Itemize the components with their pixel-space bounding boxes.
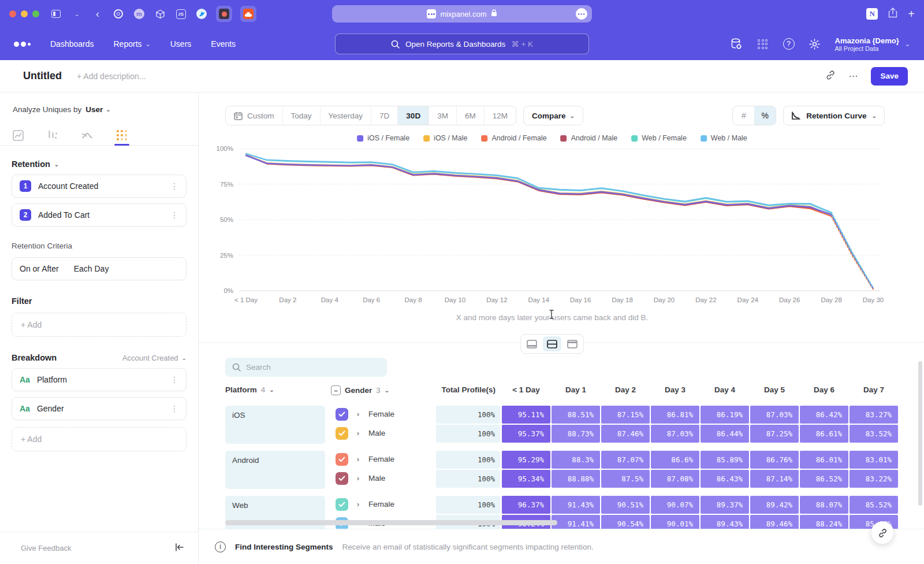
retention-section-header[interactable]: Retention ⌄ bbox=[12, 159, 187, 169]
retention-value-cell[interactable]: 89.37% bbox=[701, 496, 749, 514]
series-line-android-female[interactable] bbox=[246, 155, 832, 217]
day-column-header[interactable]: Day 1 bbox=[565, 385, 586, 394]
retention-step-card[interactable]: 1Account Created⋮ bbox=[12, 175, 187, 198]
target-extension-icon[interactable] bbox=[112, 8, 125, 20]
share-link-fab[interactable] bbox=[871, 521, 894, 544]
save-button[interactable]: Save bbox=[871, 67, 908, 86]
range-today[interactable]: Today bbox=[283, 106, 321, 125]
series-checkbox-ios-male[interactable] bbox=[336, 427, 348, 440]
retention-value-cell[interactable]: 87.07% bbox=[601, 451, 650, 469]
give-feedback-link[interactable]: Give Feedback bbox=[21, 544, 71, 552]
retention-value-cell[interactable]: 83.01% bbox=[850, 451, 898, 469]
retention-value-cell[interactable]: 89.42% bbox=[750, 496, 799, 514]
retention-value-cell[interactable]: 85.89% bbox=[701, 451, 749, 469]
retention-value-cell[interactable]: 95.11% bbox=[502, 406, 550, 424]
retention-value-cell[interactable]: 86.76% bbox=[750, 451, 799, 469]
retention-value-cell[interactable]: 86.6% bbox=[651, 451, 699, 469]
series-line-android-male[interactable] bbox=[246, 155, 832, 215]
breakdown-event-selector[interactable]: Account Created ⌄ bbox=[122, 354, 187, 362]
sidebar-toggle-icon[interactable] bbox=[50, 8, 62, 20]
global-search-input[interactable]: Open Reports & Dashboards ⌘ + K bbox=[335, 34, 589, 54]
js-extension-icon[interactable]: JS bbox=[174, 8, 187, 20]
tab-insights[interactable] bbox=[8, 125, 28, 145]
series-line-ios-male[interactable] bbox=[246, 155, 832, 215]
retention-value-cell[interactable]: 83.27% bbox=[850, 406, 898, 424]
legend-item[interactable]: iOS / Female bbox=[357, 134, 409, 142]
retention-value-cell[interactable]: 95.29% bbox=[502, 451, 550, 469]
expand-chevron-icon[interactable]: › bbox=[357, 500, 359, 509]
retention-step-card[interactable]: 2Added To Cart⋮ bbox=[12, 203, 187, 227]
expand-chevron-icon[interactable]: › bbox=[357, 474, 359, 483]
retention-value-cell[interactable]: 87.14% bbox=[750, 470, 799, 488]
breakdown-card-gender[interactable]: AaGender⋮ bbox=[12, 397, 187, 420]
retention-value-cell[interactable]: 83.22% bbox=[850, 470, 898, 488]
compare-button[interactable]: Compare ⌄ bbox=[523, 106, 583, 125]
retention-value-cell[interactable]: 91.43% bbox=[552, 496, 600, 514]
retention-value-cell[interactable]: 90.01% bbox=[651, 515, 699, 529]
retention-value-cell[interactable]: 87.08% bbox=[651, 470, 699, 488]
analyze-entity-selector[interactable]: User ⌄ bbox=[85, 105, 110, 114]
page-menu-icon[interactable]: ••• bbox=[576, 8, 587, 20]
layout-chart-only-button[interactable] bbox=[523, 336, 541, 351]
tab-funnels[interactable] bbox=[43, 125, 62, 145]
series-checkbox-web-female[interactable] bbox=[336, 498, 348, 511]
retention-value-cell[interactable]: 85.52% bbox=[850, 496, 898, 514]
nav-item-dashboards[interactable]: Dashboards bbox=[50, 39, 94, 49]
close-window-button[interactable] bbox=[9, 10, 16, 17]
retention-value-cell[interactable]: 95.34% bbox=[502, 470, 550, 488]
day-column-header[interactable]: Day 7 bbox=[863, 385, 884, 394]
retention-value-cell[interactable]: 86.52% bbox=[800, 470, 848, 488]
cube-extension-icon[interactable] bbox=[154, 8, 166, 20]
horizontal-scrollbar[interactable] bbox=[225, 520, 557, 525]
zoom-window-button[interactable] bbox=[32, 10, 39, 17]
retention-value-cell[interactable]: 96.37% bbox=[502, 496, 550, 514]
retention-criteria-card[interactable]: On or After Each Day bbox=[12, 257, 187, 280]
retention-value-cell[interactable]: 88.51% bbox=[552, 406, 600, 424]
chart-type-selector[interactable]: Retention Curve ⌄ bbox=[783, 106, 885, 125]
add-filter-button[interactable]: + Add bbox=[12, 313, 187, 337]
retention-value-cell[interactable]: 87.5% bbox=[601, 470, 650, 488]
retention-value-cell[interactable]: 87.03% bbox=[750, 406, 799, 424]
retention-line-chart[interactable]: 0%25%50%75%100%< 1 DayDay 2Day 4Day 6Day… bbox=[239, 149, 880, 293]
kebab-menu-icon[interactable]: ⋮ bbox=[170, 210, 178, 220]
range-yesterday[interactable]: Yesterday bbox=[321, 106, 372, 125]
retention-value-cell[interactable]: 91.41% bbox=[552, 515, 600, 529]
report-title[interactable]: Untitled bbox=[23, 70, 62, 82]
legend-item[interactable]: Android / Female bbox=[481, 134, 546, 142]
tab-flows[interactable] bbox=[77, 125, 97, 145]
kebab-menu-icon[interactable]: ⋮ bbox=[170, 404, 178, 413]
mixpanel-logo[interactable] bbox=[14, 42, 31, 47]
series-checkbox-ios-female[interactable] bbox=[336, 408, 348, 421]
kebab-menu-icon[interactable]: ⋮ bbox=[170, 375, 178, 384]
collapse-sidebar-icon[interactable] bbox=[175, 543, 184, 554]
find-segments-title[interactable]: Find Interesting Segments bbox=[235, 543, 333, 551]
retention-value-cell[interactable]: 87.46% bbox=[601, 425, 650, 443]
retention-value-cell[interactable]: 86.43% bbox=[701, 470, 749, 488]
expand-chevron-icon[interactable]: › bbox=[357, 410, 359, 418]
platform-column-header[interactable]: Platform 4 ⌄ bbox=[225, 385, 274, 394]
layout-table-only-button[interactable] bbox=[563, 336, 582, 351]
retention-value-cell[interactable]: 89.43% bbox=[701, 515, 749, 529]
address-bar[interactable]: mixpanel.com ••• bbox=[332, 5, 592, 23]
retention-value-cell[interactable]: 95.37% bbox=[502, 425, 550, 443]
day-column-header[interactable]: Day 2 bbox=[615, 385, 636, 394]
window-controls[interactable] bbox=[9, 10, 39, 17]
bird-extension-icon[interactable] bbox=[195, 8, 208, 20]
total-profiles-column-header[interactable]: Total Profile(s) bbox=[436, 385, 495, 394]
series-checkbox-android-female[interactable] bbox=[336, 453, 348, 466]
apps-grid-icon[interactable] bbox=[757, 38, 769, 50]
range-12m[interactable]: 12M bbox=[485, 106, 516, 125]
retention-value-cell[interactable]: 86.42% bbox=[800, 406, 848, 424]
add-breakdown-button[interactable]: + Add bbox=[12, 427, 187, 451]
series-line-web-male[interactable] bbox=[832, 213, 873, 288]
soundcloud-extension-icon[interactable] bbox=[240, 6, 256, 22]
nav-item-reports[interactable]: Reports⌄ bbox=[114, 39, 151, 49]
retention-value-cell[interactable]: 83.52% bbox=[850, 425, 898, 443]
retention-value-cell[interactable]: 88.3% bbox=[552, 451, 600, 469]
retention-value-cell[interactable]: 87.03% bbox=[651, 425, 699, 443]
copy-link-icon[interactable] bbox=[825, 70, 836, 83]
retention-value-cell[interactable]: 87.25% bbox=[750, 425, 799, 443]
range-7d[interactable]: 7D bbox=[371, 106, 398, 125]
day-column-header[interactable]: < 1 Day bbox=[512, 385, 540, 394]
nav-item-events[interactable]: Events bbox=[211, 39, 236, 49]
